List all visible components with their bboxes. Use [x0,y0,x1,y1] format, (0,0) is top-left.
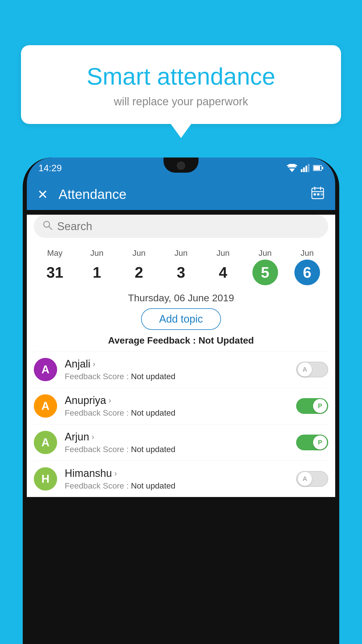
student-name[interactable]: Himanshu › [65,467,289,480]
content-area: Thursday, 06 June 2019 Add topic Average… [27,285,335,497]
attendance-toggle[interactable]: P [296,398,328,414]
calendar-day[interactable]: Jun1 [76,249,118,285]
cal-month-label: Jun [244,249,286,258]
selected-date: Thursday, 06 June 2019 [34,285,328,308]
add-topic-button[interactable]: Add topic [141,308,221,330]
avatar: H [34,467,57,491]
avg-feedback: Average Feedback : Not Updated [34,335,328,346]
cal-month-label: Jun [160,249,202,258]
avatar: A [34,431,57,454]
student-feedback: Feedback Score : Not updated [65,408,289,418]
student-info: Arjun ›Feedback Score : Not updated [65,431,289,454]
attendance-toggle[interactable]: A [296,471,328,487]
svg-rect-13 [317,193,319,195]
cal-day-number: 4 [210,260,236,285]
svg-marker-0 [289,169,295,172]
student-list: AAnjali ›Feedback Score : Not updatedAAA… [34,351,328,497]
cal-day-number: 5 [252,260,278,285]
speech-bubble: Smart attendance will replace your paper… [21,45,341,124]
bubble-title: Smart attendance [38,63,324,90]
wifi-icon [287,164,297,172]
calendar-day[interactable]: Jun6 [286,249,328,285]
bubble-subtitle: will replace your paperwork [38,95,324,108]
search-section: May31Jun1Jun2Jun3Jun4Jun5Jun6 Thursday, … [27,215,335,497]
signal-icon [301,164,310,172]
battery-icon [313,165,324,171]
search-bar[interactable] [34,215,328,238]
student-row: AAnupriya ›Feedback Score : Not updatedP [34,388,328,424]
chevron-icon: › [93,359,95,369]
svg-rect-6 [314,166,320,170]
chevron-icon: › [92,432,94,442]
student-row: AArjun ›Feedback Score : Not updatedP [34,424,328,461]
student-row: AAnjali ›Feedback Score : Not updatedA [34,351,328,388]
calendar-day[interactable]: Jun4 [202,249,244,285]
student-feedback: Feedback Score : Not updated [65,481,289,491]
toggle-knob: A [298,472,312,486]
app-title: Attendance [59,186,300,202]
student-info: Anjali ›Feedback Score : Not updated [65,358,289,381]
cal-month-label: Jun [76,249,118,258]
search-input[interactable] [57,220,319,233]
status-icons [287,164,324,172]
cal-month-label: May [34,249,76,258]
toggle-knob: A [298,363,312,377]
avatar: A [34,394,57,418]
student-name[interactable]: Arjun › [65,431,289,443]
student-info: Himanshu ›Feedback Score : Not updated [65,467,289,491]
phone-inner: 14:29 [27,158,335,644]
cal-month-label: Jun [202,249,244,258]
student-row: HHimanshu ›Feedback Score : Not updatedA [34,461,328,497]
svg-rect-14 [321,193,323,195]
chevron-icon: › [108,396,111,405]
status-time: 14:29 [38,163,62,174]
student-name[interactable]: Anjali › [65,358,289,370]
avg-feedback-label: Average Feedback : [108,335,198,346]
phone-frame: 14:29 [23,158,339,644]
svg-line-16 [49,226,52,230]
attendance-toggle[interactable]: A [296,362,328,377]
cal-day-number: 31 [42,260,68,285]
calendar-icon[interactable] [311,186,325,203]
cal-month-label: Jun [286,249,328,258]
cal-day-number: 2 [126,260,152,285]
student-name[interactable]: Anupriya › [65,394,289,407]
toggle-knob: P [313,399,327,413]
toggle-switch[interactable]: A [296,362,328,377]
toggle-switch[interactable]: P [296,435,328,450]
status-bar: 14:29 [27,158,335,178]
toggle-switch[interactable]: P [296,398,328,414]
calendar-day[interactable]: Jun2 [118,249,160,285]
avatar: A [34,358,57,381]
close-icon[interactable]: ✕ [37,187,48,202]
calendar-day[interactable]: Jun3 [160,249,202,285]
student-feedback: Feedback Score : Not updated [65,372,289,381]
calendar-day[interactable]: Jun5 [244,249,286,285]
cal-day-number: 6 [294,260,320,285]
toggle-switch[interactable]: A [296,471,328,487]
cal-day-number: 3 [168,260,194,285]
svg-rect-1 [301,169,303,172]
svg-rect-7 [322,167,323,169]
toggle-knob: P [313,435,327,449]
app-bar: ✕ Attendance [27,178,335,210]
camera [177,162,185,170]
calendar-day[interactable]: May31 [34,249,76,285]
calendar-row: May31Jun1Jun2Jun3Jun4Jun5Jun6 [27,243,335,285]
avg-feedback-value: Not Updated [198,335,254,346]
cal-month-label: Jun [118,249,160,258]
svg-rect-12 [314,193,316,195]
svg-rect-4 [308,164,310,172]
student-info: Anupriya ›Feedback Score : Not updated [65,394,289,418]
svg-rect-2 [303,167,305,172]
notch [164,158,198,173]
search-icon [43,220,52,233]
svg-rect-3 [305,166,307,172]
attendance-toggle[interactable]: P [296,435,328,450]
cal-day-number: 1 [84,260,110,285]
chevron-icon: › [114,469,117,478]
student-feedback: Feedback Score : Not updated [65,445,289,454]
